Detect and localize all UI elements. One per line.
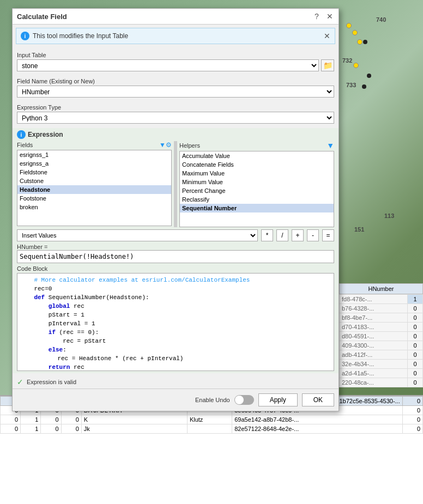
close-icon[interactable]: ✕ — [325, 12, 334, 21]
ok-button[interactable]: OK — [302, 393, 334, 406]
list-item[interactable]: Footstone — [17, 194, 171, 203]
list-item-headstone[interactable]: Headstone — [17, 185, 171, 194]
right-table-panel: HNumber fd8-478c-... 1 b76-4328-... 0 bf… — [339, 283, 423, 387]
minus-button[interactable]: - — [307, 229, 319, 241]
fields-helpers-row: Fields ▼⚙ esrignss_1 esrignss_a Fieldsto… — [17, 141, 334, 227]
expression-section: i Expression Fields ▼⚙ esrignss_1 esrign… — [13, 128, 339, 373]
table-row: d70-4183-... 0 — [340, 323, 423, 332]
code-line-8: rec = pStart — [20, 337, 331, 345]
operators-row: Insert Values * / + - = — [17, 229, 334, 241]
enable-undo-label: Enable Undo — [195, 397, 230, 403]
table-row: adb-412f-... 0 — [340, 350, 423, 360]
map-dot-b1 — [363, 40, 367, 44]
code-line-11: return rec — [20, 363, 331, 371]
table-row: 0100 K Klutz 69a5e142-a8b7-42b8-... 0 — [1, 415, 423, 424]
validation-text: Expression is valid — [27, 379, 76, 385]
map-dot-b3 — [362, 84, 366, 89]
table-row: bf8-4be7-... 0 — [340, 313, 423, 323]
help-icon[interactable]: ? — [312, 12, 321, 21]
helpers-column: Helpers ▼ Accumulate Value Concatenate F… — [179, 141, 334, 227]
helpers-header: Helpers ▼ — [179, 141, 334, 150]
code-line-5: pStart = 1 — [20, 311, 331, 319]
table-row: a2d-41a5-... 0 — [340, 369, 423, 378]
list-item[interactable]: Minimum Value — [180, 178, 334, 186]
apply-button[interactable]: Apply — [258, 393, 298, 406]
map-label-151: 151 — [354, 226, 364, 233]
input-table-label: Input Table — [17, 52, 334, 58]
insert-values-select[interactable]: Insert Values — [17, 229, 258, 241]
code-block-label: Code Block — [17, 265, 334, 272]
multiply-button[interactable]: * — [261, 229, 273, 241]
table-row: 409-4300-... 0 — [340, 341, 423, 350]
expression-input[interactable] — [17, 250, 334, 263]
divide-button[interactable]: / — [276, 229, 288, 241]
col-header-hn: 0 — [402, 397, 422, 406]
list-item[interactable]: Percent Change — [180, 186, 334, 195]
info-icon: i — [21, 32, 29, 40]
table-row: 0100 Jk 82e57122-8648-4e2e-... 0 — [1, 424, 423, 434]
table-row: b76-4328-... 0 — [340, 304, 423, 313]
table-row: fd8-478c-... 1 — [340, 295, 423, 304]
info-banner: i This tool modifies the Input Table ✕ — [16, 28, 335, 44]
info-close-icon[interactable]: ✕ — [324, 32, 330, 40]
code-line-7: if (rec == 0): — [20, 328, 331, 337]
titlebar-icons: ? ✕ — [312, 12, 334, 21]
field-name-section: Field Name (Existing or New) HNumber — [13, 74, 339, 100]
code-editor[interactable]: # More calculator examples at esriurl.co… — [17, 273, 334, 371]
list-item[interactable]: Accumulate Value — [180, 151, 334, 160]
expression-type-section: Expression Type Python 3 — [13, 100, 339, 126]
column-divider — [174, 141, 177, 227]
map-dot-2 — [352, 30, 358, 35]
input-table-section: Input Table stone 📁 — [13, 47, 339, 74]
table-row: 32e-4b34-... 0 — [340, 360, 423, 369]
table-row: 220-48ca-... 0 — [340, 378, 423, 387]
list-item[interactable]: Maximum Value — [180, 169, 334, 178]
expression-header: i Expression — [17, 130, 334, 139]
bottom-table: 0 1 0 0 CHL Sr d1b72c5e-8535-4530-... 0 … — [0, 395, 423, 504]
fields-filter-icon[interactable]: ▼⚙ — [159, 141, 172, 149]
code-line-4: global rec — [20, 302, 331, 311]
validation-check-icon: ✓ — [17, 378, 23, 386]
list-item[interactable]: esrignss_a — [17, 159, 171, 168]
expression-section-title: Expression — [28, 131, 63, 138]
hnumber-column-header: HNumber — [339, 283, 423, 294]
list-item[interactable]: Reclassify — [180, 195, 334, 204]
dialog-titlebar: Calculate Field ? ✕ — [13, 9, 339, 25]
map-label-733: 733 — [346, 82, 356, 88]
code-line-6: pInterval = 1 — [20, 319, 331, 328]
list-item[interactable]: esrignss_1 — [17, 150, 171, 159]
map-dot-4 — [353, 63, 359, 68]
fields-column: Fields ▼⚙ esrignss_1 esrignss_a Fieldsto… — [17, 141, 172, 227]
bottom-bar: Enable Undo Apply OK — [13, 388, 339, 411]
list-item[interactable]: broken — [17, 203, 171, 211]
folder-button[interactable]: 📁 — [321, 59, 334, 71]
list-item[interactable]: Fieldstone — [17, 168, 171, 177]
map-dot-b2 — [367, 74, 371, 78]
fields-header: Fields ▼⚙ — [17, 141, 172, 149]
helpers-label: Helpers — [179, 142, 200, 149]
code-line-10: rec = Headstone * (rec + pInterval) — [20, 354, 331, 363]
map-label-732: 732 — [342, 57, 352, 64]
code-line-1: # More calculator examples at esriurl.co… — [20, 276, 331, 284]
field-name-select[interactable]: HNumber — [17, 86, 334, 98]
info-text: This tool modifies the Input Table — [33, 32, 321, 40]
enable-undo-toggle[interactable] — [234, 395, 254, 405]
dialog-title: Calculate Field — [17, 13, 67, 21]
table-row: d80-4591-... 0 — [340, 332, 423, 341]
fields-label: Fields — [17, 142, 33, 148]
list-item[interactable]: Concatenate Fields — [180, 160, 334, 169]
plus-button[interactable]: + — [292, 229, 304, 241]
expression-info-icon: i — [17, 130, 26, 139]
expression-type-select[interactable]: Python 3 — [17, 112, 334, 124]
code-line-9: else: — [20, 345, 331, 354]
validation-row: ✓ Expression is valid — [13, 375, 339, 388]
map-dot-1 — [346, 23, 352, 28]
helpers-list[interactable]: Accumulate Value Concatenate Fields Maxi… — [179, 151, 334, 227]
list-item-sequential[interactable]: Sequential Number — [180, 204, 334, 212]
calculate-field-dialog: Calculate Field ? ✕ i This tool modifies… — [12, 8, 339, 411]
list-item[interactable]: Cutstone — [17, 177, 171, 185]
input-table-select[interactable]: stone — [17, 59, 319, 71]
equals-button[interactable]: = — [322, 229, 334, 241]
helpers-filter-icon[interactable]: ▼ — [327, 141, 334, 150]
fields-list[interactable]: esrignss_1 esrignss_a Fieldstone Cutston… — [17, 150, 172, 226]
